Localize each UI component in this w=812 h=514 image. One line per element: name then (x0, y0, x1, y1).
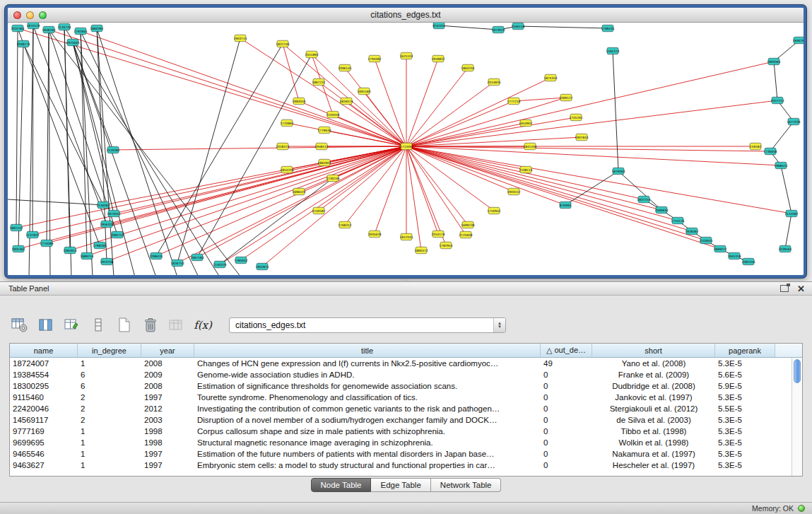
graph-node[interactable]: 1873042 (107, 210, 120, 217)
graph-node[interactable]: 2114087 (784, 210, 798, 217)
graph-node[interactable]: 1903715 (233, 35, 247, 42)
import-table-icon[interactable] (167, 315, 187, 335)
graph-node[interactable]: 1893064 (767, 58, 780, 65)
graph-node[interactable]: 1967184 (190, 254, 204, 261)
tab-node-table[interactable]: Node Table (311, 478, 372, 492)
graph-node[interactable]: 1948517 (314, 143, 328, 150)
graph-node[interactable]: 1699238 (461, 221, 474, 228)
graph-node[interactable]: 1879063 (611, 168, 625, 175)
graph-node[interactable]: 1841506 (523, 143, 536, 150)
graph-node[interactable]: 2054176 (431, 230, 445, 238)
graph-node[interactable]: 2039561 (778, 245, 792, 252)
graph-node[interactable]: 1564374 (606, 47, 619, 54)
graph-node[interactable]: 159582 (750, 143, 762, 150)
graph-node[interactable]: 1654907 (519, 119, 532, 127)
graph-node[interactable]: 2125608 (459, 231, 472, 238)
graph-node[interactable]: 2140329 (213, 261, 226, 268)
graph-node[interactable]: 1956328 (100, 221, 113, 228)
column-header-name[interactable]: name (10, 344, 78, 357)
graph-node[interactable]: 1861547 (9, 224, 23, 231)
graph-node[interactable]: 1907843 (575, 134, 588, 141)
graph-node[interactable]: 2103645 (699, 237, 712, 244)
scrollbar-thumb[interactable] (794, 359, 801, 383)
column-header-title[interactable]: title (194, 344, 541, 357)
table-row[interactable]: 977716911998Corpus callosum shape and si… (10, 426, 792, 437)
graph-node[interactable]: 1905362 (11, 245, 25, 252)
column-header-out_de[interactable]: △ out_de… (541, 344, 592, 357)
graph-node[interactable]: 2082456 (741, 258, 755, 265)
graph-node[interactable]: 1837251 (637, 196, 650, 203)
graph-node[interactable]: 1945318 (727, 252, 741, 259)
table-row[interactable]: 1830029562008Estimation of significance … (10, 380, 792, 392)
graph-node[interactable]: 2051893 (305, 51, 318, 58)
table-selector-combo[interactable]: citations_edges.txt ▲▼ (229, 317, 506, 333)
graph-node[interactable]: 1792845 (73, 28, 87, 35)
graph-node[interactable]: 1837246 (276, 40, 289, 47)
graph-node[interactable]: 1867231 (312, 78, 325, 86)
graph-node[interactable]: 1730648 (763, 148, 777, 155)
table-row[interactable]: 1938455462009Genome-wide association stu… (10, 369, 792, 380)
graph-node[interactable]: 1794082 (367, 55, 381, 62)
float-panel-icon[interactable] (780, 285, 789, 292)
graph-node[interactable]: 172406 (401, 143, 413, 150)
graph-node[interactable]: 1774089 (40, 240, 53, 247)
graph-node[interactable]: 2031364 (11, 25, 24, 32)
graph-node[interactable]: 2140587 (312, 207, 325, 214)
graph-node[interactable]: 1625103 (399, 52, 413, 59)
tab-network-table[interactable]: Network Table (431, 478, 502, 492)
graph-node[interactable]: 2108114 (519, 166, 532, 173)
graph-node[interactable]: 1953706 (100, 258, 113, 265)
graph-node[interactable]: 1889254 (80, 252, 93, 259)
graph-node[interactable]: 2069834 (654, 206, 668, 214)
column-header-in_degree[interactable]: in_degree (78, 344, 141, 357)
graph-node[interactable]: 1863204 (461, 64, 474, 71)
graph-node[interactable]: 2098431 (149, 252, 163, 259)
graph-node[interactable]: 1903552 (507, 188, 520, 195)
graph-node[interactable]: 1677039 (787, 118, 800, 125)
table-scrollbar[interactable] (792, 358, 802, 476)
graph-node[interactable]: 1720865 (280, 119, 293, 127)
graph-node[interactable]: 1928367 (685, 228, 698, 235)
graph-node[interactable]: 816304 (433, 23, 445, 29)
graph-node[interactable]: 1873920 (491, 26, 505, 33)
panel-splitter-handle[interactable] (401, 279, 410, 281)
graph-node[interactable]: 1691583 (357, 88, 370, 95)
delete-icon[interactable] (141, 315, 160, 335)
graph-node[interactable]: 2516065 (96, 201, 110, 209)
graph-node[interactable]: 2048176 (16, 40, 30, 47)
table-row[interactable]: 946554611997Estimation of the future num… (10, 448, 792, 460)
close-panel-icon[interactable]: ✕ (797, 284, 805, 293)
graph-node[interactable]: 1798264 (93, 242, 106, 249)
graph-node[interactable]: 1860391 (90, 25, 103, 32)
graph-node[interactable]: 1826750 (170, 259, 184, 267)
column-header-pagerank[interactable]: pagerank (715, 344, 775, 357)
table-row[interactable]: 911546021997Tourette syndrome. Phenomeno… (10, 392, 792, 403)
graph-node[interactable]: 2057213 (770, 97, 784, 104)
graph-node[interactable]: 2116734 (57, 23, 71, 30)
graph-node[interactable]: 1779630 (317, 127, 331, 134)
graph-node[interactable]: 1754126 (671, 217, 684, 224)
graph-node[interactable]: 1935628 (367, 230, 381, 238)
table-mode-icon[interactable] (10, 315, 30, 335)
graph-node[interactable]: 2069127 (559, 94, 572, 101)
show-columns-icon[interactable] (36, 315, 56, 335)
graph-node[interactable]: 1874350 (543, 74, 557, 81)
network-titlebar[interactable]: citations_edges.txt (8, 8, 804, 23)
graph-node[interactable]: 1782954 (439, 242, 452, 249)
graph-node[interactable]: 1696420 (292, 188, 305, 195)
graph-node[interactable]: 1750941 (487, 207, 500, 214)
graph-node[interactable]: 1874529 (26, 23, 40, 29)
graph-node[interactable]: 2103458 (326, 111, 339, 118)
graph-node[interactable]: 1925603 (66, 39, 79, 46)
graph-node[interactable]: 2137820 (25, 231, 39, 238)
graph-node[interactable]: 1865902 (317, 159, 331, 166)
graph-node[interactable]: 1785642 (234, 257, 247, 264)
graph-node[interactable]: 1730246 (326, 175, 339, 182)
graph-node[interactable]: 1777216 (507, 98, 520, 105)
tab-edge-table[interactable]: Edge Table (371, 478, 430, 492)
table-row[interactable]: 1872400712008Changes of HCN gene express… (10, 358, 792, 369)
graph-node[interactable]: 2065913 (63, 247, 76, 254)
graph-node[interactable]: 2046158 (511, 23, 524, 30)
graph-node[interactable]: 1745261 (569, 114, 582, 121)
graph-node[interactable]: 1860472 (414, 247, 428, 254)
